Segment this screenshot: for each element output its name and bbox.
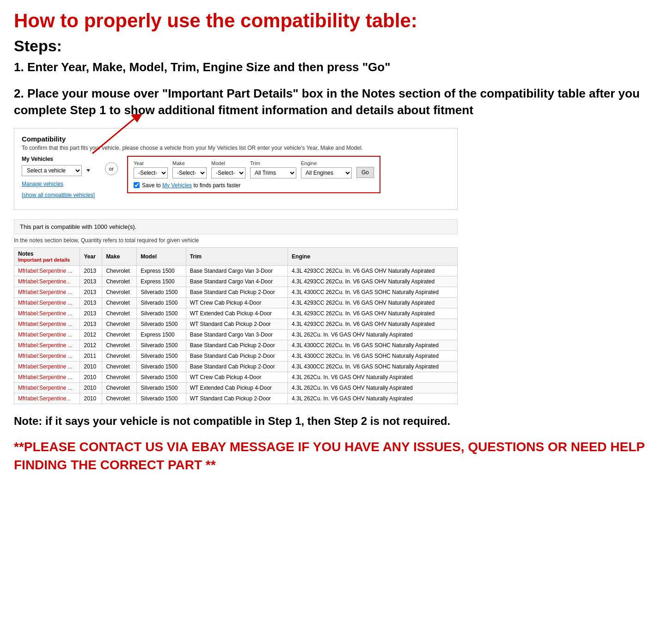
my-vehicles-label: My Vehicles bbox=[22, 156, 96, 162]
year-field: Year -Select- bbox=[134, 160, 168, 178]
notes-cell: Mfrlabel:Serpentine ... bbox=[14, 329, 80, 340]
table-row: Mfrlabel:Serpentine ...2010ChevroletSilv… bbox=[14, 382, 458, 393]
model-cell: Express 1500 bbox=[137, 265, 186, 276]
manage-vehicles-link[interactable]: Manage vehicles bbox=[22, 181, 96, 187]
notes-cell: Mfrlabel:Serpentine ... bbox=[14, 382, 80, 393]
my-vehicles-section: My Vehicles Select a vehicle Manage vehi… bbox=[22, 156, 96, 198]
or-circle: or bbox=[105, 162, 118, 175]
trim-field: Trim All Trims bbox=[250, 160, 296, 178]
compat-controls-row: My Vehicles Select a vehicle Manage vehi… bbox=[22, 156, 450, 198]
year-cell: 2013 bbox=[80, 265, 102, 276]
make-cell: Chevrolet bbox=[102, 350, 137, 361]
year-label: Year bbox=[134, 160, 168, 166]
trim-cell: WT Extended Cab Pickup 4-Door bbox=[186, 308, 288, 319]
model-field: Model -Select- bbox=[211, 160, 245, 178]
make-label: Make bbox=[172, 160, 207, 166]
compat-subtitle: To confirm that this part fits your vehi… bbox=[22, 145, 450, 151]
model-cell: Silverado 1500 bbox=[137, 340, 186, 350]
table-row: Mfrlabel:Serpentine ...2013ChevroletSilv… bbox=[14, 287, 458, 297]
model-cell: Silverado 1500 bbox=[137, 297, 186, 308]
engine-cell: 4.3L 4293CC 262Cu. In. V6 GAS OHV Natura… bbox=[288, 265, 458, 276]
compat-title: Compatibility bbox=[22, 135, 450, 143]
make-header: Make bbox=[102, 247, 137, 265]
svg-line-1 bbox=[92, 119, 134, 153]
table-row: Mfrlabel:Serpentine ...2012ChevroletSilv… bbox=[14, 340, 458, 350]
notes-header: Notes Important part details bbox=[14, 247, 80, 265]
notes-cell: Mfrlabel:Serpentine ... bbox=[14, 350, 80, 361]
year-cell: 2012 bbox=[80, 340, 102, 350]
model-cell: Silverado 1500 bbox=[137, 287, 186, 297]
model-cell: Silverado 1500 bbox=[137, 382, 186, 393]
trim-cell: WT Crew Cab Pickup 4-Door bbox=[186, 297, 288, 308]
year-cell: 2012 bbox=[80, 329, 102, 340]
make-cell: Chevrolet bbox=[102, 297, 137, 308]
model-header: Model bbox=[137, 247, 186, 265]
notes-cell: Mfrlabel:Serpentine ... bbox=[14, 340, 80, 350]
show-all-link[interactable]: [show all compatible vehicles] bbox=[22, 192, 96, 198]
note-text: Note: if it says your vehicle is not com… bbox=[14, 413, 654, 429]
select-vehicle-dropdown[interactable]: Select a vehicle bbox=[22, 165, 82, 176]
my-vehicles-link-inline[interactable]: My Vehicles bbox=[162, 182, 192, 189]
trim-cell: WT Crew Cab Pickup 4-Door bbox=[186, 372, 288, 382]
model-select[interactable]: -Select- bbox=[211, 167, 245, 178]
compatibility-table: Notes Important part details Year Make M… bbox=[14, 247, 458, 404]
table-row: Mfrlabel:Serpentine ...2011ChevroletSilv… bbox=[14, 350, 458, 361]
save-text: Save to My Vehicles to finds parts faste… bbox=[142, 182, 240, 189]
year-cell: 2010 bbox=[80, 372, 102, 382]
make-cell: Chevrolet bbox=[102, 382, 137, 393]
make-cell: Chevrolet bbox=[102, 361, 137, 372]
trim-cell: WT Extended Cab Pickup 4-Door bbox=[186, 382, 288, 393]
table-body: Mfrlabel:Serpentine ...2013ChevroletExpr… bbox=[14, 265, 458, 404]
year-cell: 2013 bbox=[80, 297, 102, 308]
save-checkbox[interactable] bbox=[134, 182, 140, 188]
arrow-icon bbox=[88, 114, 148, 156]
engine-select[interactable]: All Engines bbox=[301, 167, 352, 178]
trim-cell: Base Standard Cab Pickup 2-Door bbox=[186, 287, 288, 297]
notes-cell: Mfrlabel:Serpentine ... bbox=[14, 308, 80, 319]
notes-cell: Mfrlabel:Serpentine ... bbox=[14, 319, 80, 329]
table-header-row: Notes Important part details Year Make M… bbox=[14, 247, 458, 265]
engine-field: Engine All Engines bbox=[301, 160, 352, 178]
year-select[interactable]: -Select- bbox=[134, 167, 168, 178]
engine-cell: 4.3L 262Cu. In. V6 GAS OHV Naturally Asp… bbox=[288, 372, 458, 382]
engine-cell: 4.3L 4293CC 262Cu. In. V6 GAS OHV Natura… bbox=[288, 319, 458, 329]
model-label: Model bbox=[211, 160, 245, 166]
table-row: Mfrlabel:Serpentine...2010ChevroletSilve… bbox=[14, 393, 458, 404]
model-cell: Silverado 1500 bbox=[137, 319, 186, 329]
engine-cell: 4.3L 262Cu. In. V6 GAS OHV Naturally Asp… bbox=[288, 382, 458, 393]
notes-cell: Mfrlabel:Serpentine ... bbox=[14, 265, 80, 276]
trim-select[interactable]: All Trims bbox=[250, 167, 296, 178]
engine-cell: 4.3L 262Cu. In. V6 GAS OHV Naturally Asp… bbox=[288, 329, 458, 340]
save-row: Save to My Vehicles to finds parts faste… bbox=[134, 182, 374, 189]
chevron-down-icon bbox=[86, 169, 90, 172]
notes-cell: Mfrlabel:Serpentine ... bbox=[14, 361, 80, 372]
engine-cell: 4.3L 4300CC 262Cu. In. V6 GAS SOHC Natur… bbox=[288, 340, 458, 350]
select-vehicle-row: Select a vehicle bbox=[22, 165, 96, 176]
year-header: Year bbox=[80, 247, 102, 265]
trim-cell: Base Standard Cargo Van 3-Door bbox=[186, 329, 288, 340]
make-cell: Chevrolet bbox=[102, 340, 137, 350]
model-cell: Express 1500 bbox=[137, 329, 186, 340]
trim-cell: Base Standard Cab Pickup 2-Door bbox=[186, 350, 288, 361]
compat-info-bar: This part is compatible with 1000 vehicl… bbox=[14, 219, 458, 234]
table-row: Mfrlabel:Serpentine ...2013ChevroletExpr… bbox=[14, 265, 458, 276]
make-cell: Chevrolet bbox=[102, 319, 137, 329]
year-cell: 2010 bbox=[80, 382, 102, 393]
engine-label: Engine bbox=[301, 160, 352, 166]
trim-header: Trim bbox=[186, 247, 288, 265]
make-cell: Chevrolet bbox=[102, 276, 137, 287]
year-cell: 2011 bbox=[80, 350, 102, 361]
year-cell: 2010 bbox=[80, 393, 102, 404]
make-cell: Chevrolet bbox=[102, 308, 137, 319]
trim-cell: WT Standard Cab Pickup 2-Door bbox=[186, 319, 288, 329]
table-row: Mfrlabel:Serpentine...2013ChevroletExpre… bbox=[14, 276, 458, 287]
go-button[interactable]: Go bbox=[356, 167, 374, 178]
trim-cell: Base Standard Cab Pickup 2-Door bbox=[186, 340, 288, 350]
table-row: Mfrlabel:Serpentine ...2010ChevroletSilv… bbox=[14, 361, 458, 372]
engine-cell: 4.3L 4300CC 262Cu. In. V6 GAS SOHC Natur… bbox=[288, 350, 458, 361]
make-cell: Chevrolet bbox=[102, 393, 137, 404]
engine-cell: 4.3L 4293CC 262Cu. In. V6 GAS OHV Natura… bbox=[288, 276, 458, 287]
make-select[interactable]: -Select- bbox=[172, 167, 207, 178]
year-cell: 2013 bbox=[80, 276, 102, 287]
engine-cell: 4.3L 262Cu. In. V6 GAS OHV Naturally Asp… bbox=[288, 393, 458, 404]
